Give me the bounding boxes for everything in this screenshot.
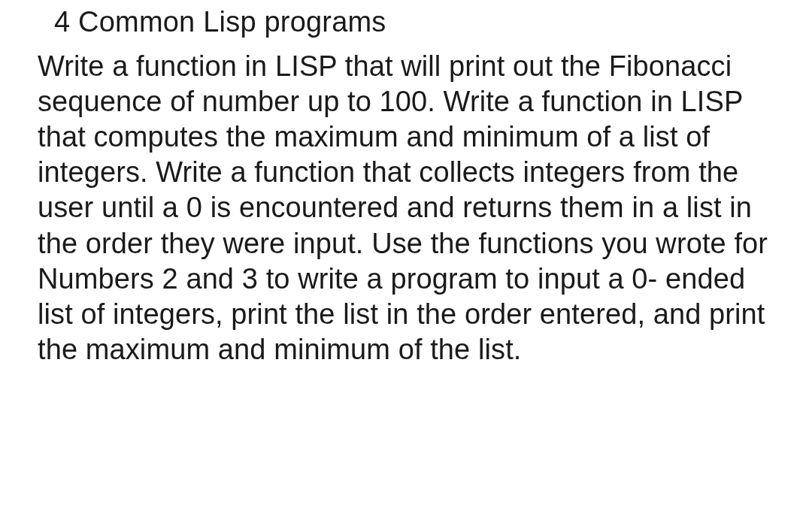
document-container: 4 Common Lisp programs Write a function …: [0, 0, 812, 367]
document-body: Write a function in LISP that will print…: [38, 49, 774, 367]
document-title: 4 Common Lisp programs: [54, 6, 774, 38]
